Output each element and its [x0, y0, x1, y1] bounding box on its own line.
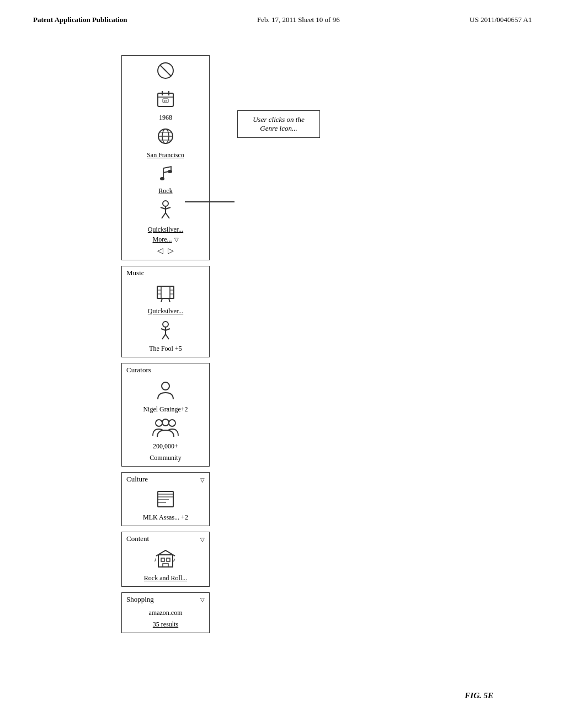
content-dropdown-icon[interactable]: ▽	[200, 537, 205, 543]
item-fool: The Fool +5	[149, 319, 182, 353]
film-icon	[156, 283, 175, 306]
svg-line-34	[162, 334, 166, 339]
svg-line-29	[169, 298, 170, 302]
item-results: 35 results	[153, 620, 178, 629]
rock-label[interactable]: Rock	[158, 187, 172, 195]
svg-point-15	[163, 201, 168, 206]
person-icon	[156, 200, 175, 224]
header: Patent Application Publication Feb. 17, …	[0, 15, 565, 24]
card-music: Music	[121, 266, 210, 357]
count-label: 200,000+	[153, 442, 178, 451]
user-icon	[156, 381, 175, 404]
svg-rect-23	[170, 286, 174, 298]
item-mlk: MLK Assas... +2	[143, 489, 188, 522]
more-dropdown-icon[interactable]: ▽	[174, 237, 179, 243]
item-nigel: Nigel Grainge+2	[143, 379, 188, 414]
book-icon	[155, 490, 176, 512]
results-label[interactable]: 35 results	[153, 620, 178, 629]
music-note-icon	[158, 164, 173, 186]
music-title: Music	[126, 269, 145, 277]
svg-line-18	[166, 207, 170, 209]
users-icon	[152, 418, 179, 442]
svg-rect-21	[157, 286, 174, 298]
svg-point-36	[162, 382, 169, 390]
card-curators: Curators Nigel Grainge+2	[121, 363, 210, 467]
svg-rect-22	[157, 286, 161, 298]
svg-rect-46	[161, 558, 164, 561]
svg-text:♪: ♪	[154, 556, 157, 563]
quicksilver-top-label[interactable]: Quicksilver...	[148, 226, 183, 234]
svg-point-38	[169, 420, 175, 426]
community-label: Community	[150, 454, 181, 462]
callout-arrow-line	[185, 201, 234, 202]
building-icon: ♪ ♪	[154, 549, 177, 573]
svg-rect-47	[167, 558, 170, 561]
nav-row: ◁ ▷	[157, 246, 174, 255]
quicksilver-music-label[interactable]: Quicksilver...	[148, 307, 183, 315]
left-arrow-icon[interactable]: ◁	[157, 246, 163, 255]
svg-point-30	[163, 322, 168, 327]
svg-text:15: 15	[164, 99, 167, 103]
culture-title: Culture	[126, 475, 148, 484]
main-diagram: 15 1968 San Francisco	[0, 44, 565, 728]
calendar-icon: 15	[156, 89, 175, 113]
culture-header: Culture ▽	[126, 475, 205, 485]
svg-line-17	[161, 207, 166, 209]
svg-point-14	[168, 170, 172, 173]
curators-title: Curators	[126, 366, 151, 374]
year-label: 1968	[159, 114, 172, 122]
svg-line-1	[160, 65, 171, 76]
svg-line-19	[162, 213, 166, 218]
card-top: 15 1968 San Francisco	[121, 55, 210, 260]
callout-text: User clicks on the Genre icon...	[253, 115, 305, 132]
slash-icon	[156, 61, 175, 83]
globe-icon	[156, 126, 175, 150]
item-san-francisco: San Francisco	[147, 125, 184, 159]
svg-rect-45	[158, 555, 173, 567]
more-row: More... ▽	[153, 235, 179, 244]
more-label[interactable]: More...	[153, 235, 172, 244]
item-community-count: 200,000+	[152, 417, 179, 451]
right-arrow-icon[interactable]: ▷	[168, 246, 174, 255]
item-quicksilver-top: Quicksilver...	[148, 199, 183, 234]
card-shopping: Shopping ▽ amazon.com 35 results	[121, 592, 210, 633]
svg-line-20	[166, 213, 169, 218]
header-center: Feb. 17, 2011 Sheet 10 of 96	[257, 15, 340, 24]
culture-dropdown-icon[interactable]: ▽	[200, 477, 205, 483]
san-francisco-label[interactable]: San Francisco	[147, 151, 184, 159]
fool-label: The Fool +5	[149, 345, 182, 353]
card-content: Content ▽ ♪ ♪	[121, 532, 210, 587]
item-1968: 15 1968	[156, 88, 175, 122]
fool-icon	[158, 320, 173, 344]
rock-roll-label[interactable]: Rock and Roll...	[144, 574, 187, 582]
header-right: US 2011/0040657 A1	[470, 15, 532, 24]
item-rock: Rock	[158, 163, 173, 196]
mlk-label: MLK Assas... +2	[143, 513, 188, 522]
shopping-title: Shopping	[126, 595, 154, 604]
amazon-label: amazon.com	[149, 609, 183, 617]
header-left: Patent Application Publication	[33, 15, 127, 24]
item-community: Community	[150, 454, 181, 462]
music-header: Music	[126, 269, 205, 279]
item-slash	[156, 60, 175, 84]
shopping-header: Shopping ▽	[126, 595, 205, 605]
svg-line-28	[161, 298, 162, 302]
item-amazon: amazon.com	[149, 609, 183, 617]
card-culture: Culture ▽ MLK Assas... +2	[121, 472, 210, 526]
svg-text:♪: ♪	[173, 556, 175, 563]
svg-rect-40	[158, 491, 173, 507]
shopping-dropdown-icon[interactable]: ▽	[200, 597, 205, 603]
svg-line-35	[166, 334, 169, 339]
callout-box: User clicks on the Genre icon...	[237, 110, 320, 138]
content-title: Content	[126, 534, 149, 543]
svg-point-13	[160, 177, 164, 180]
fig-label: FIG. 5E	[465, 691, 493, 700]
svg-point-37	[156, 420, 162, 426]
svg-point-39	[162, 419, 169, 426]
curators-header: Curators	[126, 366, 205, 376]
item-quicksilver-music: Quicksilver...	[148, 282, 183, 315]
svg-line-33	[166, 329, 170, 330]
item-rock-roll: ♪ ♪ Rock and Roll...	[144, 548, 187, 582]
left-panel: 15 1968 San Francisco	[121, 55, 210, 639]
content-header: Content ▽	[126, 534, 205, 544]
